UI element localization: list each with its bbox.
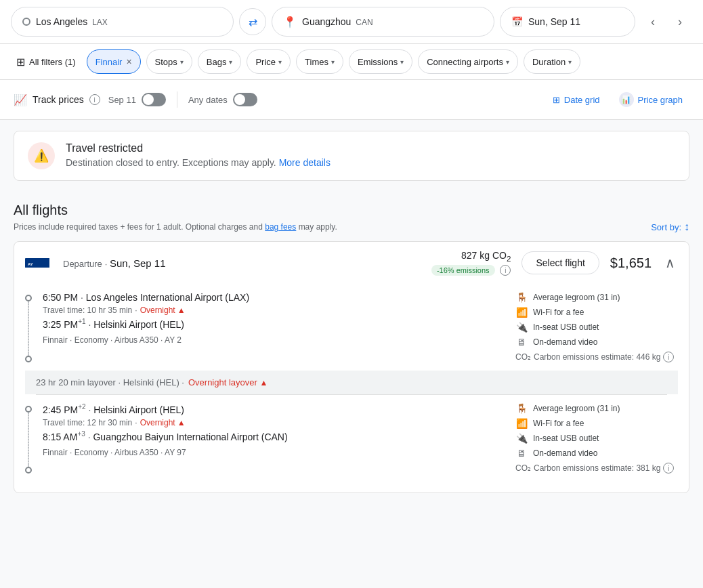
prev-date-button[interactable]: ‹	[641, 9, 665, 34]
timeline-dot-bottom-2	[25, 467, 32, 474]
price-graph-button[interactable]: 📊 Price graph	[612, 88, 689, 111]
carbon-info-icon-1[interactable]: i	[663, 352, 674, 362]
bags-filter-button[interactable]: Bags ▾	[198, 49, 242, 74]
co2-text: 827 kg CO2	[431, 250, 511, 263]
price-filter-button[interactable]: Price ▾	[247, 49, 291, 74]
stops-label: Stops	[155, 57, 177, 67]
price-graph-icon: 📊	[619, 92, 634, 107]
destination-text: Guangzhou CAN	[302, 16, 373, 27]
emissions-label: Emissions	[358, 57, 398, 67]
duration-label: Duration	[532, 57, 566, 67]
amenity-video-2: 🖥 On-demand video	[515, 448, 678, 459]
emissions-chevron-icon: ▾	[400, 58, 404, 66]
amenity-video-1: 🖥 On-demand video	[515, 337, 678, 348]
emissions-info-icon[interactable]: i	[500, 265, 511, 276]
remove-filter-button[interactable]: ×	[126, 56, 131, 67]
date-grid-icon: ⊞	[553, 95, 560, 105]
timeline-dot-top-2	[25, 406, 32, 413]
select-flight-button[interactable]: Select flight	[521, 251, 599, 274]
segment-1-info: 6:50 PM · Los Angeles International Airp…	[43, 292, 505, 362]
origin-input[interactable]: Los Angeles LAX	[11, 7, 234, 37]
overnight-warning-1: Overnight ▲	[140, 306, 186, 315]
segment-1-depart: 6:50 PM · Los Angeles International Airp…	[43, 292, 505, 303]
flight-segment-2: 2:45 PM+2 · Helsinki Airport (HEL) Trave…	[25, 395, 678, 482]
segment-2-depart: 2:45 PM+2 · Helsinki Airport (HEL)	[43, 403, 505, 415]
connecting-airports-filter-button[interactable]: Connecting airports ▾	[418, 49, 518, 74]
flight-card-header[interactable]: AY Departure · Sun, Sep 11 827 kg CO2 -1…	[14, 242, 689, 284]
warn-triangle-icon-2: ▲	[177, 418, 186, 427]
emissions-filter-button[interactable]: Emissions ▾	[349, 49, 412, 74]
price-chevron-icon: ▾	[278, 58, 282, 66]
emissions-badge-area: -16% emissions i	[431, 264, 511, 276]
search-bar: Los Angeles LAX ⇄ 📍 Guangzhou CAN 📅 Sun,…	[0, 0, 703, 44]
duration-chevron-icon: ▾	[568, 58, 572, 66]
duration-filter-button[interactable]: Duration ▾	[524, 49, 580, 74]
date-grid-label: Date grid	[564, 95, 600, 105]
track-prices-info-icon[interactable]: i	[89, 94, 100, 105]
layover-warn-icon: ▲	[259, 378, 268, 387]
active-filter-chip[interactable]: Finnair ×	[87, 49, 141, 74]
track-prices-chart-icon: 📈	[14, 93, 27, 106]
restriction-more-details-link[interactable]: More details	[279, 157, 331, 168]
times-chevron-icon: ▾	[331, 58, 335, 66]
flight-segment-1: 6:50 PM · Los Angeles International Airp…	[25, 284, 678, 371]
flights-heading: All flights	[14, 203, 689, 218]
legroom-icon-2: 🪑	[515, 403, 528, 414]
flights-meta: Prices include required taxes + fees for…	[14, 221, 689, 233]
stops-filter-button[interactable]: Stops ▾	[146, 49, 192, 74]
track-prices-toggle[interactable]	[142, 93, 166, 106]
toggle-knob	[143, 94, 154, 105]
timeline-line-2	[28, 413, 29, 467]
bag-fees-link[interactable]: bag fees	[265, 222, 296, 232]
all-filters-button[interactable]: ⊞ All filters (1)	[11, 51, 81, 72]
view-tools: ⊞ Date grid 📊 Price graph	[546, 88, 689, 111]
active-filter-label: Finnair	[95, 57, 123, 67]
flights-header: All flights Prices include required taxe…	[14, 192, 689, 236]
video-icon-2: 🖥	[515, 448, 528, 459]
date-input[interactable]: 📅 Sun, Sep 11	[500, 7, 635, 37]
connecting-airports-label: Connecting airports	[427, 57, 503, 67]
swap-button[interactable]: ⇄	[239, 8, 266, 35]
segment-1-amenities: 🪑 Average legroom (31 in) 📶 Wi-Fi for a …	[515, 292, 678, 362]
timeline-line	[28, 301, 29, 356]
origin-text: Los Angeles LAX	[36, 16, 108, 27]
filter-bar: ⊞ All filters (1) Finnair × Stops ▾ Bags…	[0, 44, 703, 80]
carbon-info-icon-2[interactable]: i	[663, 463, 674, 474]
amenity-legroom-1: 🪑 Average legroom (31 in)	[515, 292, 678, 303]
date-grid-button[interactable]: ⊞ Date grid	[546, 91, 607, 109]
segment-1-airline-info: Finnair · Economy · Airbus A350 · AY 2	[43, 335, 505, 345]
carbon-info-2: CO₂ Carbon emissions estimate: 381 kg i	[515, 463, 678, 474]
track-prices-bar: 📈 Track prices i Sep 11 Any dates ⊞ Date…	[0, 80, 703, 120]
flight-departure-info: Departure · Sun, Sep 11	[63, 257, 421, 269]
restriction-body: Destination closed to entry. Exceptions …	[66, 157, 331, 168]
sort-button[interactable]: Sort by: ↕	[651, 221, 689, 233]
any-dates-toggle[interactable]	[233, 93, 257, 106]
finnair-logo-svg: AY	[25, 255, 52, 270]
warn-triangle-icon-1: ▲	[177, 306, 186, 315]
segment-2-airline-info: Finnair · Economy · Airbus A350 · AY 97	[43, 448, 505, 457]
amenity-wifi-1: 📶 Wi-Fi for a fee	[515, 307, 678, 318]
amenity-legroom-2: 🪑 Average legroom (31 in)	[515, 403, 678, 414]
video-icon: 🖥	[515, 337, 528, 348]
any-dates-label: Any dates	[188, 95, 228, 105]
price-graph-label: Price graph	[638, 95, 683, 105]
segment-2-arrive: 8:15 AM+3 · Guangzhou Baiyun Internation…	[43, 430, 505, 442]
destination-input[interactable]: 📍 Guangzhou CAN	[272, 7, 494, 37]
segment-1-travel-time: Travel time: 10 hr 35 min · Overnight ▲	[43, 306, 505, 315]
segment-2-amenities: 🪑 Average legroom (31 in) 📶 Wi-Fi for a …	[515, 403, 678, 474]
bags-label: Bags	[207, 57, 227, 67]
times-filter-button[interactable]: Times ▾	[296, 49, 343, 74]
track-prices-date: Sep 11	[108, 95, 136, 105]
layover-bar: 23 hr 20 min layover · Helsinki (HEL) · …	[25, 371, 678, 394]
calendar-icon: 📅	[511, 16, 523, 27]
restriction-content: Travel restricted Destination closed to …	[66, 142, 331, 168]
collapse-button[interactable]: ∧	[662, 252, 678, 274]
carbon-info-1: CO₂ Carbon emissions estimate: 446 kg i	[515, 352, 678, 362]
timeline-dot-top	[25, 295, 32, 301]
segment-2-info: 2:45 PM+2 · Helsinki Airport (HEL) Trave…	[43, 403, 505, 474]
segment-1-timeline	[25, 292, 32, 362]
next-date-button[interactable]: ›	[668, 9, 692, 34]
all-filters-label: All filters (1)	[29, 57, 76, 67]
date-navigation: ‹ ›	[641, 9, 692, 34]
date-text: Sun, Sep 11	[528, 16, 580, 27]
